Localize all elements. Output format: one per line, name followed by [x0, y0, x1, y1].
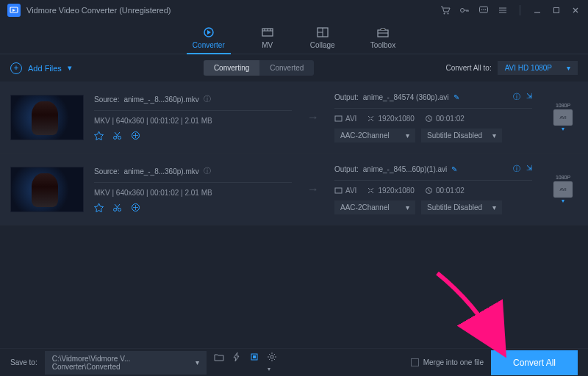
add-files-button[interactable]: + Add Files ▾ — [10, 62, 72, 74]
file-item: Source: anime_-_8...360p).mkv ⓘ MKV | 64… — [0, 82, 588, 153]
converter-icon — [201, 26, 216, 38]
info-icon[interactable]: ⓘ — [204, 166, 211, 176]
mv-icon — [260, 26, 275, 38]
svg-point-3 — [448, 13, 449, 15]
format-select[interactable]: AVI HD 1080P ▾ — [498, 61, 578, 75]
convert-all-button[interactable]: Convert All — [491, 350, 578, 375]
save-path-select[interactable]: C:\Vidmore\Vidmore V... Converter\Conver… — [45, 351, 207, 375]
divider — [94, 182, 292, 183]
arrow-right-icon: → — [302, 111, 324, 124]
tab-converter[interactable]: Converter — [193, 26, 225, 54]
segment-converted[interactable]: Converted — [259, 60, 314, 76]
svg-marker-1 — [12, 9, 15, 12]
feedback-icon[interactable] — [478, 5, 489, 15]
source-tools — [94, 203, 292, 212]
checkbox-icon — [411, 358, 419, 366]
source-tools — [94, 131, 292, 140]
subtitle-select[interactable]: Subtitle Disabled▾ — [421, 200, 502, 214]
chevron-down-icon: ▾ — [562, 126, 564, 132]
output-format-badge[interactable]: 1080P AVI ▾ — [548, 103, 578, 132]
maximize-button[interactable] — [551, 5, 562, 15]
svg-point-8 — [485, 9, 487, 10]
svg-rect-9 — [554, 8, 559, 13]
audio-select[interactable]: AAC-2Channel▾ — [334, 200, 415, 214]
bottom-bar: Save to: C:\Vidmore\Vidmore V... Convert… — [0, 348, 588, 376]
tab-label: Collage — [310, 41, 335, 49]
key-icon[interactable] — [459, 5, 470, 15]
file-format-icon: AVI — [553, 109, 573, 126]
gpu-icon[interactable] — [249, 352, 259, 373]
svg-rect-18 — [335, 116, 342, 121]
item-output-panel: Output: anime_-_84574 (360p).avi ✎ ⓘ ⇲ A… — [334, 92, 532, 142]
chevron-down-icon: ▾ — [196, 358, 199, 366]
tab-label: Toolbox — [370, 41, 395, 49]
video-thumbnail[interactable] — [10, 167, 84, 212]
divider — [94, 110, 292, 111]
window-title: Vidmore Video Converter (Unregistered) — [26, 6, 171, 15]
enhance-icon[interactable] — [131, 131, 140, 140]
add-files-label: Add Files — [28, 64, 62, 73]
enhance-icon[interactable] — [131, 203, 140, 212]
container-spec: AVI — [334, 187, 356, 195]
compress-icon[interactable]: ⇲ — [526, 92, 532, 102]
svg-point-15 — [114, 137, 117, 140]
edit-icon[interactable]: ✎ — [451, 165, 457, 173]
cut-icon[interactable] — [112, 131, 122, 140]
info-icon[interactable]: ⓘ — [513, 92, 520, 102]
tab-toolbox[interactable]: Toolbox — [370, 26, 395, 54]
container-spec: AVI — [334, 115, 356, 123]
svg-point-27 — [270, 355, 273, 358]
folder-icon[interactable] — [214, 352, 224, 373]
effects-icon[interactable] — [94, 131, 104, 140]
close-button[interactable] — [570, 5, 581, 15]
item-source-panel: Source: anime_-_8...360p).mkv ⓘ MKV | 64… — [94, 94, 292, 140]
source-meta: MKV | 640x360 | 00:01:02 | 2.01 MB — [94, 117, 292, 125]
minimize-button[interactable] — [532, 5, 542, 15]
segment-converting[interactable]: Converting — [204, 60, 259, 76]
title-right — [440, 5, 581, 15]
tab-label: Converter — [193, 41, 225, 49]
chevron-down-icon: ▾ — [492, 131, 496, 140]
settings-icon[interactable]: ▾ — [267, 352, 277, 373]
info-icon[interactable]: ⓘ — [204, 94, 211, 104]
compress-icon[interactable]: ⇲ — [526, 164, 532, 174]
output-label: Output: — [334, 93, 359, 101]
divider — [520, 5, 520, 15]
collage-icon — [315, 26, 330, 38]
item-source-panel: Source: anime_-_8...360p).mkv ⓘ MKV | 64… — [94, 166, 292, 212]
svg-point-4 — [461, 9, 465, 12]
svg-point-6 — [481, 9, 483, 10]
cart-icon[interactable] — [440, 5, 451, 15]
toolbox-icon — [376, 26, 390, 38]
svg-point-16 — [118, 137, 121, 140]
merge-checkbox[interactable]: Merge into one file — [411, 358, 484, 366]
video-thumbnail[interactable] — [10, 95, 84, 140]
svg-rect-23 — [335, 188, 342, 193]
annotation-arrow-icon — [430, 266, 518, 361]
arrow-right-icon: → — [302, 183, 324, 196]
svg-point-21 — [118, 209, 121, 212]
titlebar: Vidmore Video Converter (Unregistered) — [0, 0, 588, 21]
lightning-icon[interactable] — [232, 352, 242, 373]
tab-collage[interactable]: Collage — [310, 26, 335, 54]
duration-spec: 00:01:02 — [425, 115, 465, 123]
audio-select[interactable]: AAC-2Channel▾ — [334, 129, 415, 142]
svg-point-7 — [483, 9, 484, 10]
edit-icon[interactable]: ✎ — [453, 93, 459, 101]
svg-marker-11 — [207, 30, 211, 35]
effects-icon[interactable] — [94, 203, 104, 212]
output-format-badge[interactable]: 1080P AVI ▾ — [548, 175, 578, 204]
output-filename: anime_-_845...60p)(1).avi — [363, 165, 448, 173]
info-icon[interactable]: ⓘ — [513, 164, 520, 174]
divider — [334, 180, 532, 181]
format-value: AVI HD 1080P — [505, 64, 552, 72]
source-filename: anime_-_8...360p).mkv — [123, 167, 198, 176]
subtitle-select[interactable]: Subtitle Disabled▾ — [421, 129, 502, 142]
save-to-label: Save to: — [10, 358, 37, 366]
cut-icon[interactable] — [112, 203, 122, 212]
tab-mv[interactable]: MV — [260, 26, 275, 54]
svg-point-2 — [444, 13, 445, 15]
file-format-icon: AVI — [553, 181, 573, 198]
badge-quality: 1080P — [556, 175, 570, 180]
menu-icon[interactable] — [498, 5, 508, 15]
